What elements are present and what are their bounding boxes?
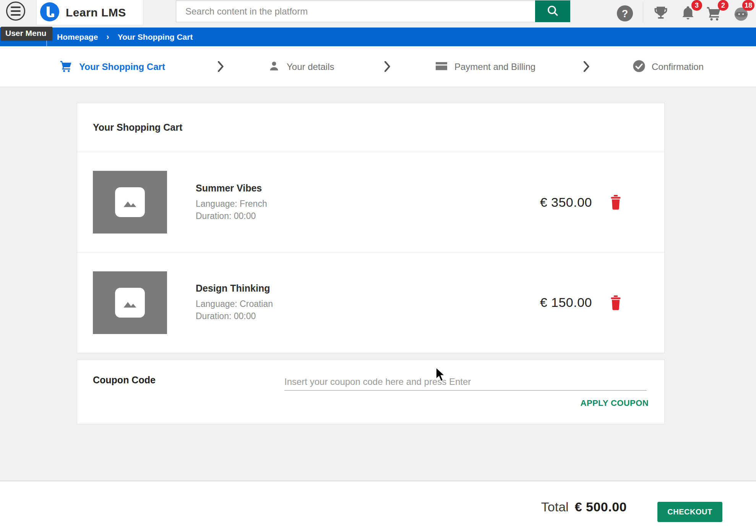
coupon-input[interactable]: [284, 373, 647, 391]
course-price: € 350.00: [540, 195, 592, 210]
chevron-right-icon: [384, 61, 391, 73]
cart-card-title: Your Shopping Cart: [77, 103, 664, 152]
coupon-title: Coupon Code: [93, 375, 156, 386]
svg-text:?: ?: [622, 8, 628, 19]
apply-coupon-button[interactable]: APPLY COUPON: [581, 398, 649, 408]
step-label: Confirmation: [652, 62, 704, 72]
logo-text: Learn LMS: [66, 6, 126, 19]
course-title: Summer Vibes: [196, 183, 267, 194]
top-header: Learn LMS ? 3: [0, 0, 756, 28]
cart-badge: 2: [718, 0, 728, 11]
app-logo[interactable]: Learn LMS: [36, 0, 143, 25]
coupon-card: Coupon Code APPLY COUPON: [77, 360, 665, 424]
step-label: Payment and Billing: [454, 62, 535, 72]
check-circle-icon: [633, 60, 646, 74]
user-menu-tooltip: User Menu: [1, 27, 52, 41]
checkout-button[interactable]: CHECKOUT: [657, 502, 722, 522]
course-thumbnail: [93, 271, 167, 334]
step-label: Your details: [287, 62, 334, 72]
breadcrumb-current: Your Shopping Cart: [118, 32, 193, 42]
course-language: Language: Croatian: [196, 298, 273, 310]
course-thumbnail: [93, 171, 167, 234]
breadcrumb-homepage[interactable]: Homepage: [57, 32, 98, 42]
help-icon[interactable]: ?: [616, 5, 634, 24]
chevron-right-icon: [218, 61, 224, 73]
search-bar: [176, 0, 570, 22]
checkout-footer: Total € 500.00: [0, 481, 756, 532]
total-label: Total: [541, 500, 569, 514]
header-divider: [643, 2, 643, 22]
step-your-details[interactable]: Your details: [268, 46, 334, 87]
image-placeholder-icon: [115, 288, 145, 318]
shopping-cart-card: Your Shopping Cart Summer Vibes Language…: [77, 103, 665, 353]
chevron-right-icon: ›: [106, 32, 109, 42]
cart-step-icon: [59, 59, 73, 75]
chevron-right-icon: [584, 61, 590, 73]
trophy-icon[interactable]: [652, 5, 669, 23]
breadcrumb-bar: ‹ Back Homepage › Your Shopping Cart: [0, 28, 756, 46]
menu-icon[interactable]: [6, 2, 25, 21]
delete-item-icon[interactable]: [609, 195, 623, 210]
course-duration: Duration: 00:00: [196, 310, 273, 322]
search-button[interactable]: [535, 0, 570, 22]
breadcrumb: Homepage › Your Shopping Cart: [57, 28, 193, 46]
user-badge: 18: [742, 0, 754, 11]
cart-item-row: Design Thinking Language: Croatian Durat…: [77, 252, 664, 352]
search-input[interactable]: [176, 0, 535, 22]
course-price: € 150.00: [540, 295, 592, 310]
logo-icon: [40, 2, 60, 23]
course-language: Language: French: [196, 198, 267, 210]
credit-card-icon: [435, 59, 448, 75]
course-duration: Duration: 00:00: [196, 210, 267, 222]
checkout-steps: Your Shopping Cart Your details Payment …: [0, 46, 756, 87]
step-label: Your Shopping Cart: [79, 62, 165, 72]
search-icon: [546, 4, 559, 18]
step-confirmation[interactable]: Confirmation: [633, 46, 704, 87]
total-value: € 500.00: [575, 500, 627, 514]
person-icon: [268, 60, 281, 74]
image-placeholder-icon: [115, 187, 145, 217]
cart-item-row: Summer Vibes Language: French Duration: …: [77, 152, 664, 252]
step-shopping-cart[interactable]: Your Shopping Cart: [59, 46, 165, 87]
notifications-badge: 3: [691, 0, 702, 11]
step-payment-billing[interactable]: Payment and Billing: [435, 46, 535, 87]
delete-item-icon[interactable]: [609, 295, 623, 310]
course-title: Design Thinking: [196, 283, 273, 294]
